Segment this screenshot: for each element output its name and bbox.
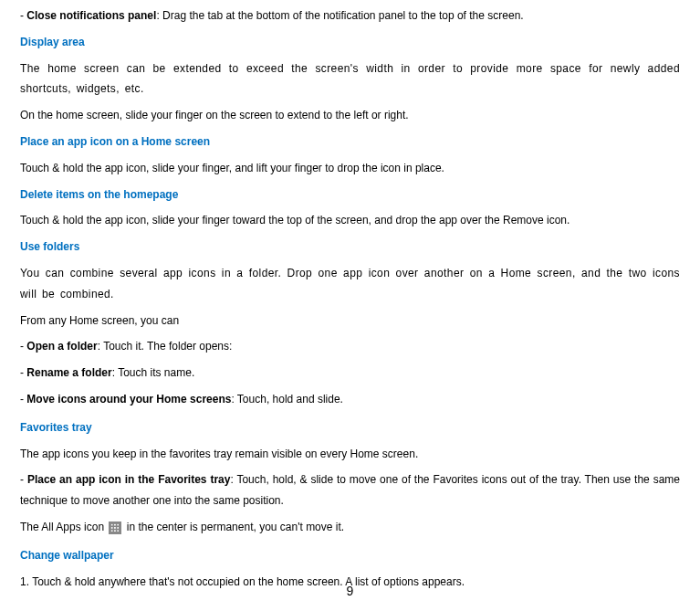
delete-items-heading: Delete items on the homepage (20, 184, 680, 205)
move-icons-rest: : Touch, hold and slide. (231, 393, 343, 406)
allapps-before: The All Apps icon (20, 521, 107, 533)
close-notifications-line: - Close notifications panel: Drag the ta… (20, 5, 680, 26)
delete-items-p1: Touch & hold the app icon, slide your fi… (20, 210, 680, 231)
favorites-allapps-line: The All Apps icon in the center is perma… (20, 517, 680, 538)
move-icons-line: - Move icons around your Home screens: T… (20, 389, 680, 410)
allapps-after: in the center is permanent, you can't mo… (123, 521, 344, 533)
favorites-place-line: - Place an app icon in the Favorites tra… (20, 469, 680, 511)
favorites-p1: The app icons you keep in the favorites … (20, 444, 680, 465)
open-folder-rest: : Touch it. The folder opens: (98, 340, 233, 353)
rename-folder-rest: : Touch its name. (112, 366, 195, 379)
place-icon-heading: Place an app icon on a Home screen (20, 132, 680, 153)
display-area-p2: On the home screen, slide your finger on… (20, 105, 680, 126)
close-notifications-bold: Close notifications panel (26, 9, 156, 22)
move-icons-bold: Move icons around your Home screens (26, 393, 231, 406)
place-icon-p1: Touch & hold the app icon, slide your fi… (20, 158, 680, 179)
use-folders-p1: You can combine several app icons in a f… (20, 263, 680, 305)
rename-folder-bold: Rename a folder (26, 366, 111, 379)
open-folder-line: - Open a folder: Touch it. The folder op… (20, 336, 680, 357)
use-folders-p2: From any Home screen, you can (20, 311, 680, 332)
favorites-heading: Favorites tray (20, 417, 680, 438)
page-number: 9 (0, 579, 700, 604)
change-wallpaper-heading: Change wallpaper (20, 545, 680, 566)
favorites-place-bold: Place an app icon in the Favorites tray (27, 473, 231, 486)
close-notifications-rest: : Drag the tab at the bottom of the noti… (156, 9, 523, 22)
open-folder-bold: Open a folder (26, 340, 97, 353)
rename-folder-line: - Rename a folder: Touch its name. (20, 363, 680, 384)
display-area-heading: Display area (20, 32, 680, 53)
all-apps-icon (109, 521, 121, 534)
use-folders-heading: Use folders (20, 237, 680, 258)
display-area-p1: The home screen can be extended to excee… (20, 58, 680, 100)
